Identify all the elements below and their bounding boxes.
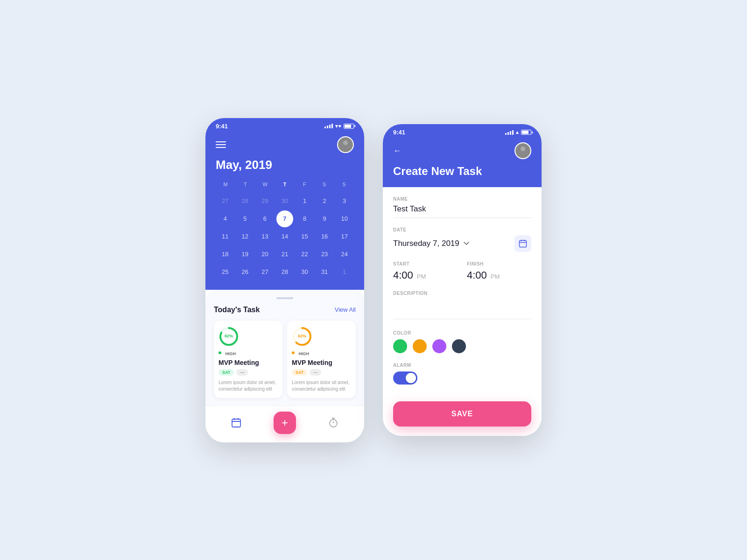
tag-dash-1: — [236,369,248,376]
priority-row-2: HIGH [292,349,351,357]
back-button[interactable]: ← [393,146,402,156]
description-input[interactable] [393,299,531,319]
cal-day-6[interactable]: 6 [256,210,273,227]
alarm-toggle[interactable] [393,371,417,385]
date-label: DATE [393,227,531,232]
calendar-nav-icon[interactable] [231,417,242,428]
drag-handle [276,297,293,299]
cal-day-1[interactable]: 1 [296,193,313,210]
name-field: NAME [393,196,531,218]
color-dark[interactable] [452,339,466,353]
cal-day-8[interactable]: 8 [296,210,313,227]
cal-day-26[interactable]: 26 [237,264,254,280]
finish-time-value[interactable]: 4:00 [467,269,487,281]
finish-time-row: 4:00 PM [467,269,531,281]
phone-calendar: 9:41 ▾♥ Ma [205,118,364,442]
task-card-2[interactable]: 62% HIGH MVP Meeting SAT — Lorem ipsum d… [287,321,356,398]
color-picker [393,339,531,353]
cal-day-28[interactable]: 28 [276,264,293,280]
time-field: START 4:00 PM FINISH 4:00 PM [393,261,531,281]
svg-point-17 [519,152,527,157]
cal-day-15[interactable]: 15 [296,228,313,245]
date-value[interactable]: Thurseday 7, 2019 [393,239,470,248]
cal-day-14[interactable]: 14 [276,228,293,245]
cal-day-23[interactable]: 23 [316,246,333,263]
cal-day-22[interactable]: 22 [296,246,313,263]
day-header-s2: S [334,180,354,189]
cal-day-21[interactable]: 21 [276,246,293,263]
cal-day-1-next[interactable]: 1 [336,264,353,280]
finish-ampm: PM [491,273,500,280]
task-desc-2: Lorem ipsum dolor sit amet, consectetur … [292,379,351,392]
priority-dot-2 [292,351,295,354]
name-input[interactable] [393,204,531,218]
timer-nav-icon[interactable] [328,417,339,428]
view-all-button[interactable]: View All [335,306,356,313]
progress-ring-2: 62% [292,326,312,347]
cal-day-9[interactable]: 9 [316,210,333,227]
color-green[interactable] [393,339,407,353]
day-header-f: F [295,180,314,189]
cal-day-29-prev[interactable]: 29 [256,193,273,210]
color-purple[interactable] [432,339,446,353]
calendar-picker-button[interactable] [514,235,531,252]
priority-row-1: HIGH [218,349,278,357]
avatar-2[interactable] [514,142,531,159]
day-headers: M T W T F S S [216,180,354,189]
svg-rect-8 [232,419,240,427]
color-field: COLOR [393,330,531,353]
cal-day-19[interactable]: 19 [237,246,254,263]
day-header-s1: S [314,180,334,189]
menu-button[interactable] [216,141,226,148]
cal-day-2[interactable]: 2 [316,193,333,210]
cal-day-16[interactable]: 16 [316,228,333,245]
svg-text:62%: 62% [298,334,306,338]
finish-label: FINISH [467,261,531,266]
toggle-thumb [406,373,416,383]
alarm-field: ALARM [393,363,531,385]
color-label: COLOR [393,330,531,336]
task-tags-1: SAT — [218,369,278,376]
tag-sat-2: SAT [292,369,307,376]
cal-day-11[interactable]: 11 [217,228,233,245]
cal-day-12[interactable]: 12 [237,228,254,245]
cal-day-27[interactable]: 27 [256,264,273,280]
task-card-1[interactable]: 82% HIGH MVP Meeting SAT — Lorem ipsum d… [214,321,282,398]
tag-sat-1: SAT [218,369,234,376]
priority-label-2: HIGH [298,351,309,356]
color-orange[interactable] [413,339,427,353]
status-icons-2: ▴ [505,129,531,135]
cal-day-3[interactable]: 3 [336,193,353,210]
day-header-w: W [255,180,275,189]
cal-day-13[interactable]: 13 [256,228,273,245]
cal-day-30[interactable]: 30 [296,264,313,280]
battery-icon-2 [521,130,531,135]
cal-day-31[interactable]: 31 [316,264,333,280]
battery-icon [344,124,354,129]
start-time-value[interactable]: 4:00 [393,269,413,281]
cal-day-24[interactable]: 24 [336,246,353,263]
cal-day-20[interactable]: 20 [256,246,273,263]
avatar-1[interactable] [337,136,354,153]
add-task-fab[interactable]: + [274,412,296,434]
create-task-top-nav: ← [393,142,531,159]
cal-day-27-prev[interactable]: 27 [217,193,233,210]
today-task-title: Today's Task [214,306,260,314]
wifi-icon-2: ▴ [516,129,519,135]
description-field: DESCRIPTION [393,291,531,321]
cal-day-28-prev[interactable]: 28 [237,193,254,210]
cal-day-25[interactable]: 25 [217,264,233,280]
svg-point-16 [521,147,525,151]
signal-icon [324,124,333,128]
top-nav-1 [216,136,354,153]
cal-day-4[interactable]: 4 [217,210,233,227]
cal-day-10[interactable]: 10 [336,210,353,227]
cal-day-5[interactable]: 5 [237,210,254,227]
wifi-icon: ▾♥ [335,123,341,129]
cal-day-7-selected[interactable]: 7 [276,210,293,227]
cal-day-18[interactable]: 18 [217,246,233,263]
cal-day-17[interactable]: 17 [336,228,353,245]
date-text: Thurseday 7, 2019 [393,239,459,248]
save-button[interactable]: SAVE [393,401,531,427]
cal-day-30-prev[interactable]: 30 [276,193,293,210]
